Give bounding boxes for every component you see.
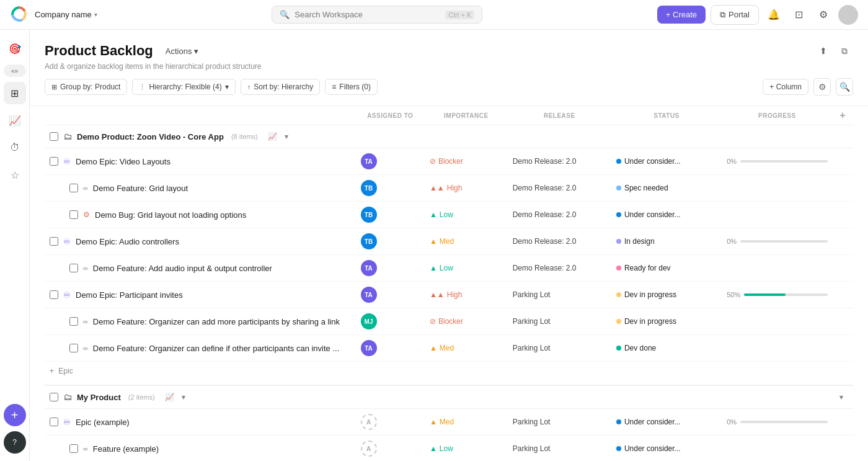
company-name[interactable]: Company name ▾ [35, 10, 97, 19]
sort-by-button[interactable]: ↑ Sort by: Hierarchy [241, 79, 321, 95]
product-count: (8 items) [231, 133, 258, 140]
sidebar-help-button[interactable]: ? [4, 431, 26, 454]
progress-bar-fill [744, 293, 786, 296]
item-name: Demo Epic: Video Layouts [76, 157, 170, 166]
hierarchy-button[interactable]: ⋮ Hierarchy: Flexible (4) ▾ [132, 79, 235, 95]
filter-icon: ≡ [332, 83, 336, 91]
table-row[interactable]: ∞ Demo Feature: Grid layout TB ▲▲ High D… [45, 175, 853, 202]
table-row[interactable]: ⚙ Demo Bug: Grid layout not loading opti… [45, 202, 853, 228]
status-cell: Under consider... [611, 409, 722, 436]
product-chevron-icon[interactable]: ▾ [285, 133, 288, 141]
release-cell: Demo Release: 2.0 [508, 228, 611, 255]
add-column-plus-icon[interactable]: + [839, 110, 846, 120]
assigned-cell: TB [356, 202, 425, 228]
product-name: My Product [77, 393, 121, 402]
view-options-button[interactable]: ⧉ [836, 42, 853, 60]
table-row[interactable]: ♾ Demo Epic: Participant invites TA ▲▲ H… [45, 282, 853, 308]
status-cell: In design [611, 228, 722, 255]
status-dot [616, 239, 621, 244]
item-checkbox[interactable] [69, 317, 78, 326]
col-header-add[interactable]: + [833, 106, 854, 125]
feature-icon: ∞ [83, 184, 88, 192]
assigned-avatar: TA [361, 260, 377, 276]
product-checkbox[interactable] [50, 393, 58, 401]
table-container[interactable]: ASSIGNED TO IMPORTANCE RELEASE STATUS PR… [30, 106, 868, 461]
product-checkbox[interactable] [50, 132, 58, 141]
help-button[interactable]: ⊡ [789, 5, 808, 25]
status-dot [616, 319, 621, 324]
table-row[interactable]: ♾ Epic (example) A ▲ Med Parking Lot Und… [45, 409, 853, 436]
search-box[interactable]: 🔍 Ctrl + K [272, 6, 482, 24]
importance-icon: ▲ [430, 210, 437, 219]
customize-icon[interactable]: ⚙ [813, 78, 831, 96]
settings-button[interactable]: ⚙ [813, 5, 833, 25]
group-by-button[interactable]: ⊞ Group by: Product [45, 79, 127, 95]
importance-cell: ▲ Low [425, 202, 508, 228]
user-avatar[interactable] [838, 5, 858, 25]
importance-cell: ▲ Med [425, 228, 508, 255]
sidebar-collapse-button[interactable]: «» [4, 65, 26, 77]
item-checkbox[interactable] [69, 184, 78, 192]
sidebar-item-roadmap[interactable]: ⏱ [4, 137, 26, 159]
sidebar-add-button[interactable]: + [4, 404, 26, 426]
create-button[interactable]: + Create [657, 6, 706, 24]
notifications-button[interactable]: 🔔 [764, 5, 784, 25]
search-table-icon[interactable]: 🔍 [836, 78, 853, 96]
item-checkbox[interactable] [69, 210, 78, 219]
item-checkbox[interactable] [69, 344, 78, 352]
page-subtitle: Add & organize backlog items in the hier… [45, 62, 853, 71]
product-collapse-icon[interactable]: ▾ [839, 393, 843, 401]
add-epic-cell[interactable]: + Epic [45, 362, 853, 381]
row-add-cell [833, 228, 854, 255]
row-add-cell [833, 335, 854, 362]
table-row[interactable]: ∞ Demo Feature: Add audio input & output… [45, 255, 853, 282]
portal-button[interactable]: ⧉ Portal [711, 5, 759, 25]
importance-badge: ▲ Low [430, 444, 503, 453]
sidebar: 🎯 «» ⊞ 📈 ⏱ ☆ + ? [0, 30, 30, 461]
table-row[interactable]: ∞ Demo Feature: Organizer can add more p… [45, 308, 853, 335]
importance-label: Med [440, 237, 454, 246]
status-label: Dev in progress [624, 317, 676, 326]
sidebar-item-board[interactable]: ⊞ [4, 82, 26, 104]
item-checkbox[interactable] [69, 444, 78, 453]
item-checkbox[interactable] [50, 237, 58, 246]
item-checkbox[interactable] [50, 418, 58, 426]
sidebar-item-analytics[interactable]: 📈 [4, 109, 26, 132]
row-add-cell [833, 255, 854, 282]
actions-button[interactable]: Actions ▾ [161, 44, 204, 58]
table-row[interactable]: ♾ Demo Epic: Video Layouts TA ⊘ Blocker … [45, 148, 853, 175]
share-button[interactable]: ⬆ [815, 42, 832, 60]
filters-button[interactable]: ≡ Filters (0) [325, 79, 378, 95]
app-logo[interactable] [10, 6, 27, 24]
table-row[interactable]: ∞ Feature (example) A ▲ Low Parking Lot … [45, 436, 853, 462]
table-row[interactable]: ♾ Demo Epic: Audio controllers TB ▲ Med … [45, 228, 853, 255]
product-chart-icon[interactable]: 📈 [165, 393, 174, 401]
item-checkbox[interactable] [50, 290, 58, 299]
search-input[interactable] [294, 10, 440, 19]
product-chevron-icon[interactable]: ▾ [182, 393, 185, 401]
release-cell: Demo Release: 2.0 [508, 202, 611, 228]
add-epic-label[interactable]: Epic [58, 367, 73, 375]
importance-badge: ▲ Med [430, 418, 503, 426]
sidebar-item-favorites[interactable]: ☆ [4, 164, 26, 186]
assigned-avatar: A [361, 441, 377, 457]
item-checkbox[interactable] [50, 157, 58, 166]
item-name-cell: ∞ Demo Feature: Organizer can define if … [45, 335, 356, 362]
release-cell: Parking Lot [508, 335, 611, 362]
status-dot [616, 266, 621, 271]
status-label: Under consider... [624, 157, 681, 166]
importance-icon: ▲▲ [430, 184, 445, 192]
item-checkbox[interactable] [69, 264, 78, 272]
importance-cell: ▲ Low [425, 255, 508, 282]
epic-icon: ♾ [63, 157, 71, 166]
add-column-button[interactable]: + Column [763, 79, 808, 95]
table-row[interactable]: ∞ Demo Feature: Organizer can define if … [45, 335, 853, 362]
product-chart-icon[interactable]: 📈 [268, 132, 277, 141]
add-epic-row[interactable]: + Epic [45, 362, 853, 381]
importance-cell: ▲ Med [425, 409, 508, 436]
assigned-avatar: A [361, 414, 377, 430]
status-dot [616, 419, 621, 424]
importance-cell: ▲ Low [425, 436, 508, 462]
sidebar-item-goals[interactable]: 🎯 [4, 37, 26, 60]
hierarchy-icon: ⋮ [139, 83, 146, 91]
